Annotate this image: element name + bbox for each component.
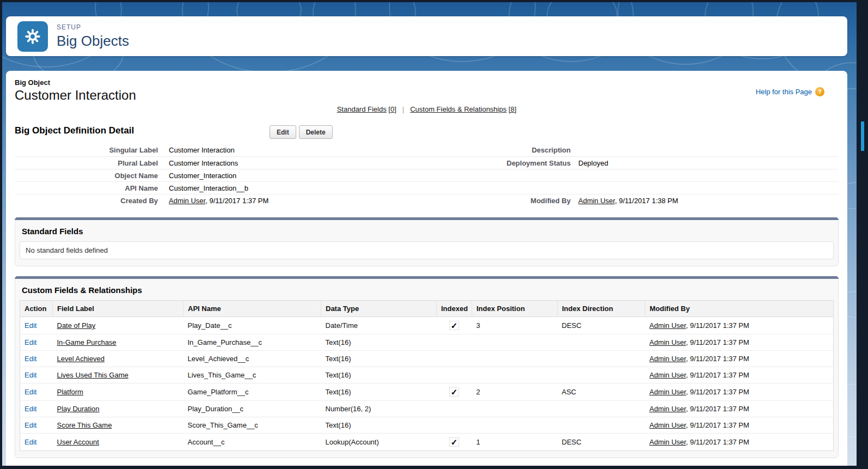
table-row: EditDate of PlayPlay_Date__cDate/Time✓3D… xyxy=(20,317,834,334)
edit-link[interactable]: Edit xyxy=(25,371,36,379)
delete-button[interactable]: Delete xyxy=(299,125,333,139)
standard-fields-title: Standard Fields xyxy=(22,227,834,236)
detail-row: Plural LabelCustomer InteractionsDeploym… xyxy=(15,156,839,169)
indexed-check-icon: ✓ xyxy=(449,387,460,397)
field-label-link[interactable]: User Account xyxy=(57,438,99,446)
field-label-link[interactable]: Lives Used This Game xyxy=(57,371,129,379)
user-link[interactable]: Admin User xyxy=(650,371,686,379)
setup-header-titles: SETUP Big Objects xyxy=(57,23,129,50)
detail-value: Admin User, 9/11/2017 1:37 PM xyxy=(169,197,438,205)
detail-section-header: Big Object Definition Detail EditDelete xyxy=(15,125,839,139)
action-cell: Edit xyxy=(20,334,53,351)
user-link[interactable]: Admin User xyxy=(650,438,686,446)
user-link[interactable]: Admin User xyxy=(650,321,686,330)
user-link[interactable]: Admin User xyxy=(650,355,686,363)
question-mark-icon[interactable]: ? xyxy=(815,87,824,96)
field-label-link[interactable]: Score This Game xyxy=(57,421,112,429)
indexed-cell: ✓ xyxy=(437,317,472,334)
page-title-block: Big Object Customer Interaction xyxy=(15,78,136,103)
scrollbar[interactable] xyxy=(857,0,868,469)
api-name-cell: Play_Duration__c xyxy=(184,401,321,417)
api-name-cell: Account__c xyxy=(184,434,321,451)
field-label-link[interactable]: Platform xyxy=(57,388,83,396)
modified-by-cell: Admin User, 9/11/2017 1:37 PM xyxy=(645,417,834,434)
modified-date-text: , 9/11/2017 1:37 PM xyxy=(686,438,749,446)
modified-by-cell: Admin User, 9/11/2017 1:37 PM xyxy=(645,434,834,451)
field-label-cell: Play Duration xyxy=(53,401,184,417)
user-link[interactable]: Admin User xyxy=(650,405,686,413)
page-background: SETUP Big Objects Big Object Customer In… xyxy=(2,2,857,466)
modified-by-cell: Admin User, 9/11/2017 1:37 PM xyxy=(645,383,834,401)
indexed-cell xyxy=(437,334,472,351)
help-link[interactable]: Help for this Page xyxy=(756,88,812,96)
user-link[interactable]: Admin User xyxy=(578,197,615,205)
user-link[interactable]: Admin User xyxy=(650,388,686,396)
detail-value: Admin User, 9/11/2017 1:38 PM xyxy=(578,197,839,205)
detail-label: Modified By xyxy=(438,197,578,205)
field-label-link[interactable]: Play Duration xyxy=(57,405,100,413)
edit-button[interactable]: Edit xyxy=(270,125,296,139)
detail-label: Deployment Status xyxy=(438,159,578,167)
modified-date-text: , 9/11/2017 1:37 PM xyxy=(686,421,749,429)
api-name-cell: Level_Achieved__c xyxy=(184,351,321,367)
indexed-cell: ✓ xyxy=(437,434,472,451)
setup-label: SETUP xyxy=(57,23,129,31)
indexed-cell xyxy=(437,351,472,367)
action-cell: Edit xyxy=(20,367,53,383)
user-link[interactable]: Admin User xyxy=(650,338,686,346)
modified-date-text: , 9/11/2017 1:37 PM xyxy=(686,321,749,330)
section-top-bar xyxy=(15,276,839,279)
column-header-data-type: Data Type xyxy=(321,301,437,317)
gear-icon xyxy=(17,21,48,52)
index-direction-cell: DESC xyxy=(558,434,645,451)
action-cell: Edit xyxy=(20,434,53,451)
field-label-link[interactable]: Level Achieved xyxy=(57,355,105,363)
gear-icon-glyph xyxy=(23,27,42,46)
field-label-link[interactable]: In-Game Purchase xyxy=(57,338,117,346)
section-nav-link-group: Standard Fields [0] xyxy=(337,105,396,113)
detail-table: Singular LabelCustomer InteractionDescri… xyxy=(15,144,839,206)
modified-date-text: , 9/11/2017 1:37 PM xyxy=(686,355,749,363)
page-title: Customer Interaction xyxy=(15,88,136,103)
setup-page-title: Big Objects xyxy=(57,33,129,50)
edit-link[interactable]: Edit xyxy=(25,338,36,346)
column-header-indexed: Indexed xyxy=(437,301,472,317)
section-link-count[interactable]: [0] xyxy=(388,105,396,113)
data-type-cell: Text(16) xyxy=(321,417,437,434)
scrollbar-thumb[interactable] xyxy=(861,121,864,151)
edit-link[interactable]: Edit xyxy=(25,438,36,446)
user-link[interactable]: Admin User xyxy=(650,421,686,429)
custom-fields-section: Custom Fields & Relationships ActionFiel… xyxy=(15,276,839,458)
column-header-field-label: Field Label xyxy=(53,301,184,317)
section-link[interactable]: Custom Fields & Relationships xyxy=(410,105,506,113)
table-row: EditScore This GameScore_This_Game__cTex… xyxy=(20,417,834,434)
table-row: EditLives Used This GameLives_This_Game_… xyxy=(20,367,834,383)
table-row: EditUser AccountAccount__cLookup(Account… xyxy=(20,434,834,451)
detail-label: Singular Label xyxy=(15,146,169,154)
index-direction-cell: DESC xyxy=(558,317,645,334)
api-name-cell: Play_Date__c xyxy=(184,317,321,334)
field-label-link[interactable]: Date of Play xyxy=(57,321,96,330)
edit-link[interactable]: Edit xyxy=(25,355,36,363)
field-label-cell: In-Game Purchase xyxy=(53,334,184,351)
edit-link[interactable]: Edit xyxy=(25,421,36,429)
modified-date-text: , 9/11/2017 1:37 PM xyxy=(686,338,749,346)
edit-link[interactable]: Edit xyxy=(25,321,36,330)
section-link-count[interactable]: [8] xyxy=(509,105,516,113)
user-link[interactable]: Admin User xyxy=(169,197,205,205)
action-cell: Edit xyxy=(20,401,53,417)
column-header-index-position: Index Position xyxy=(472,301,558,317)
table-row: EditLevel AchievedLevel_Achieved__cText(… xyxy=(20,351,834,367)
section-nav: Standard Fields [0]|Custom Fields & Rela… xyxy=(15,105,839,113)
detail-value-text: , 9/11/2017 1:38 PM xyxy=(615,197,678,205)
detail-row: API NameCustomer_Interaction__b xyxy=(15,181,839,194)
detail-button-group: EditDelete xyxy=(270,125,333,139)
section-link[interactable]: Standard Fields xyxy=(337,105,387,113)
section-nav-link-group: Custom Fields & Relationships [8] xyxy=(410,105,516,113)
index-position-cell xyxy=(472,351,558,367)
column-header-modified-by: Modified By xyxy=(645,301,834,317)
detail-label: Created By xyxy=(15,197,169,205)
modified-by-cell: Admin User, 9/11/2017 1:37 PM xyxy=(645,317,834,334)
edit-link[interactable]: Edit xyxy=(25,405,36,413)
edit-link[interactable]: Edit xyxy=(25,388,36,396)
